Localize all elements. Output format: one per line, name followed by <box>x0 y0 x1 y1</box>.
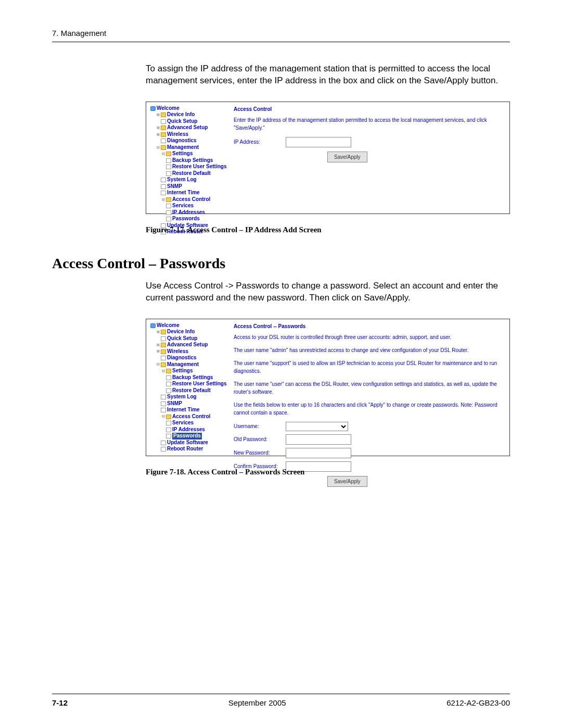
nav-restore-default[interactable]: Restore Default <box>172 170 211 177</box>
nav-ip-addresses[interactable]: IP Addresses <box>172 209 205 216</box>
nav-services[interactable]: Services <box>172 420 194 426</box>
file-icon <box>161 119 166 124</box>
nav-backup-settings[interactable]: Backup Settings <box>172 374 213 381</box>
save-apply-button[interactable]: Save/Apply <box>327 152 367 162</box>
folder-icon <box>161 132 166 137</box>
expander-icon[interactable]: ⊟ <box>161 413 166 419</box>
nav-access-control[interactable]: Access Control <box>172 196 210 203</box>
file-icon <box>166 158 171 163</box>
file-icon <box>161 178 166 182</box>
nav-quick-setup[interactable]: Quick Setup <box>167 335 197 342</box>
nav-restore-user[interactable]: Restore User Settings <box>172 164 226 170</box>
file-icon <box>166 421 171 425</box>
file-icon <box>161 191 166 195</box>
file-icon <box>161 336 166 341</box>
file-icon <box>161 139 166 143</box>
panel-p2: The user name "admin" has unrestricted a… <box>234 346 505 354</box>
panel-p5: Use the fields below to enter up to 16 c… <box>234 401 505 417</box>
nav-settings[interactable]: Settings <box>172 368 193 374</box>
page-number: 7-12 <box>52 698 68 707</box>
footer-date: September 2005 <box>228 698 286 707</box>
expander-icon[interactable]: ⊞ <box>156 132 161 137</box>
username-select[interactable] <box>286 422 348 431</box>
expander-icon[interactable]: ⊟ <box>161 151 166 157</box>
panel-p1: Access to your DSL router is controlled … <box>234 333 505 341</box>
intro-paragraph-1: To assign the IP address of the manageme… <box>146 63 510 87</box>
expander-icon[interactable]: ⊞ <box>156 329 161 335</box>
file-icon <box>166 171 171 176</box>
panel-title: Access Control <box>234 105 505 113</box>
nav-restore-default[interactable]: Restore Default <box>172 387 211 394</box>
header-rule <box>52 42 510 42</box>
section-heading-passwords: Access Control – Passwords <box>52 255 510 272</box>
nav-diagnostics[interactable]: Diagnostics <box>167 355 197 361</box>
nav-snmp[interactable]: SNMP <box>167 183 182 190</box>
nav-device-info[interactable]: Device Info <box>167 111 195 118</box>
nav-advanced-setup[interactable]: Advanced Setup <box>167 342 208 348</box>
file-icon <box>166 428 171 432</box>
old-password-input[interactable] <box>286 434 351 445</box>
expander-icon[interactable]: ⊟ <box>161 368 166 374</box>
nav-access-control[interactable]: Access Control <box>172 413 210 420</box>
folder-icon <box>166 152 171 156</box>
nav-settings[interactable]: Settings <box>172 150 193 157</box>
panel-p3: The user name "support" is used to allow… <box>234 359 505 375</box>
nav-passwords[interactable]: Passwords <box>172 433 202 440</box>
nav-backup-settings[interactable]: Backup Settings <box>172 157 213 164</box>
expander-icon[interactable]: ⊞ <box>156 112 161 118</box>
expander-icon[interactable]: ⊞ <box>156 348 161 354</box>
file-icon <box>166 210 171 215</box>
nav-services[interactable]: Services <box>172 203 194 209</box>
nav-advanced-setup[interactable]: Advanced Setup <box>167 124 208 131</box>
folder-icon <box>161 349 166 354</box>
nav-passwords[interactable]: Passwords <box>172 216 200 222</box>
nav-welcome[interactable]: Welcome <box>157 105 180 112</box>
folder-icon <box>161 343 166 347</box>
file-icon <box>166 375 171 380</box>
file-icon <box>166 382 171 386</box>
panel-title: Access Control -- Passwords <box>234 322 505 330</box>
expander-icon[interactable]: ⊞ <box>156 125 161 131</box>
file-icon <box>161 441 166 445</box>
old-password-label: Old Password: <box>234 435 286 443</box>
nav-restore-user[interactable]: Restore User Settings <box>172 381 226 387</box>
folder-icon <box>166 197 171 202</box>
nav-tree: Welcome ⊞Device Info Quick Setup ⊞Advanc… <box>150 322 227 451</box>
nav-management[interactable]: Management <box>167 144 199 151</box>
save-apply-button[interactable]: Save/Apply <box>327 476 367 487</box>
nav-system-log[interactable]: System Log <box>167 177 197 183</box>
nav-reboot-router[interactable]: Reboot Router <box>167 446 203 453</box>
folder-icon <box>161 330 166 334</box>
nav-system-log[interactable]: System Log <box>167 394 197 400</box>
nav-welcome[interactable]: Welcome <box>157 322 180 329</box>
expander-icon[interactable]: ⊟ <box>156 145 161 150</box>
file-icon <box>161 356 166 360</box>
content-pane: Access Control Enter the IP address of t… <box>227 105 505 209</box>
footer-rule <box>52 694 510 694</box>
file-icon <box>166 434 171 438</box>
nav-tree: Welcome ⊞Device Info Quick Setup ⊞Advanc… <box>150 105 227 209</box>
expander-icon[interactable]: ⊟ <box>161 197 166 203</box>
chapter-header: 7. Management <box>52 29 510 37</box>
nav-device-info[interactable]: Device Info <box>167 329 195 335</box>
nav-update-software[interactable]: Update Software <box>167 440 208 446</box>
ip-address-label: IP Address: <box>234 138 286 146</box>
folder-icon <box>166 369 171 373</box>
nav-internet-time[interactable]: Internet Time <box>167 190 200 196</box>
nav-snmp[interactable]: SNMP <box>167 400 182 407</box>
expander-icon[interactable]: ⊞ <box>156 342 161 348</box>
expander-icon[interactable]: ⊟ <box>156 361 161 367</box>
nav-internet-time[interactable]: Internet Time <box>167 407 200 413</box>
figure-17-caption: Figure 7-17. Access Control – IP Address… <box>146 225 510 234</box>
new-password-input[interactable] <box>286 448 351 458</box>
nav-wireless[interactable]: Wireless <box>167 348 188 355</box>
ip-address-input[interactable] <box>286 137 351 147</box>
folder-icon <box>161 362 166 367</box>
figure-18-screenshot: Welcome ⊞Device Info Quick Setup ⊞Advanc… <box>146 319 510 456</box>
nav-wireless[interactable]: Wireless <box>167 131 188 138</box>
nav-ip-addresses[interactable]: IP Addresses <box>172 426 205 433</box>
nav-quick-setup[interactable]: Quick Setup <box>167 118 197 125</box>
nav-management[interactable]: Management <box>167 361 199 368</box>
nav-diagnostics[interactable]: Diagnostics <box>167 137 197 144</box>
intro-paragraph-2: Use Access Control -> Passwords to chang… <box>146 280 510 304</box>
